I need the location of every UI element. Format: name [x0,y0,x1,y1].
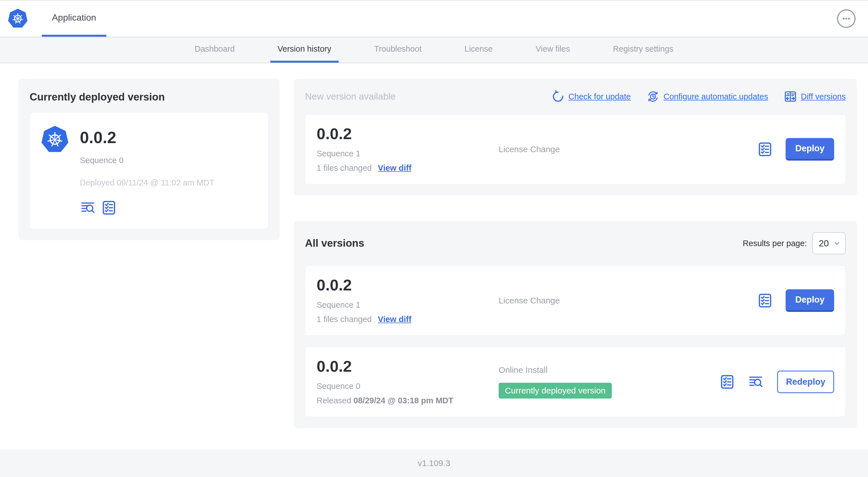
version-sequence: Sequence 1 [317,149,499,158]
release-type-label: License Change [499,145,560,154]
tab-label: License [464,44,493,54]
version-number: 0.0.2 [317,277,499,293]
results-per-page-select[interactable]: 20 [812,232,846,254]
version-actions: Deploy [757,289,834,312]
version-info: 0.0.2 Sequence 0 Released 08/29/24 @ 03:… [317,358,499,405]
files-changed-label: 1 files changed [317,315,372,324]
refresh-icon [551,90,564,103]
all-versions-title: All versions [305,237,364,249]
new-version-panel: New version available Check for update C… [294,79,857,196]
diff-versions-link[interactable]: Diff versions [784,90,846,103]
view-diff-link[interactable]: View diff [378,315,411,324]
app-header: Application [0,1,868,37]
tab-version-history[interactable]: Version history [270,37,339,63]
diff-icon [784,90,797,103]
version-sequence: Sequence 0 [317,382,499,391]
all-versions-panel: All versions Results per page: 20 0.0.2 … [294,221,857,428]
check-for-update-label: Check for update [568,92,631,101]
version-actions: Redeploy [720,370,834,393]
app-tab-application[interactable]: Application [42,1,106,37]
admin-console-version: v1.109.3 [417,458,450,468]
app-tab-label: Application [52,12,96,23]
tab-troubleshoot[interactable]: Troubleshoot [367,37,429,63]
preflight-checks-icon[interactable] [101,200,117,216]
currently-deployed-panel: Currently deployed version 0.0.2 Sequenc… [18,79,280,240]
auto-update-clock-icon [647,90,659,103]
overflow-menu-button[interactable] [837,9,856,28]
version-info: 0.0.2 Sequence 1 1 files changed View di… [317,277,499,324]
new-version-title: New version available [305,91,396,102]
new-version-card: 0.0.2 Sequence 1 1 files changed View di… [305,114,846,184]
view-diff-link[interactable]: View diff [378,163,411,173]
version-sequence: Sequence 1 [317,300,499,309]
secondary-nav: Dashboard Version history Troubleshoot L… [0,37,868,63]
page-footer: v1.109.3 [0,449,868,477]
currently-deployed-title: Currently deployed version [30,91,268,103]
version-number: 0.0.2 [317,126,499,142]
check-for-update-link[interactable]: Check for update [551,90,631,103]
current-version-deployed-date: Deployed 09/11/24 @ 11:02 am MDT [80,178,214,187]
results-per-page-label: Results per page: [743,239,807,248]
configure-automatic-updates-link[interactable]: Configure automatic updates [647,90,768,103]
preflight-checks-icon[interactable] [720,374,735,390]
tab-label: View files [535,44,570,54]
results-per-page-value: 20 [818,238,829,249]
view-logs-icon[interactable] [80,201,96,215]
tab-label: Registry settings [613,44,673,54]
chevron-down-icon [833,240,841,247]
main-content: Currently deployed version 0.0.2 Sequenc… [0,63,868,449]
released-label: Released [317,396,353,405]
current-version-info: 0.0.2 Sequence 0 Deployed 09/11/24 @ 11:… [80,126,214,216]
right-column: New version available Check for update C… [294,79,857,428]
configure-automatic-updates-label: Configure automatic updates [663,92,768,101]
tab-view-files[interactable]: View files [528,37,577,63]
new-version-links: Check for update Configure automatic upd… [551,90,846,103]
release-type-label: Online Install [499,365,711,375]
tab-label: Dashboard [195,44,235,54]
ellipsis-icon [841,13,852,24]
view-logs-icon[interactable] [748,375,764,389]
app-icon-kubernetes [41,126,69,153]
current-version-actions [80,200,214,216]
current-version-sequence: Sequence 0 [80,156,214,165]
release-type-label: License Change [499,296,560,305]
files-changed-label: 1 files changed [317,163,372,173]
version-row: 0.0.2 Sequence 0 Released 08/29/24 @ 03:… [305,347,846,417]
released-date: 08/29/24 @ 03:18 pm MDT [353,396,454,405]
version-released-date: Released 08/29/24 @ 03:18 pm MDT [317,396,499,405]
redeploy-button[interactable]: Redeploy [777,370,834,393]
tab-dashboard[interactable]: Dashboard [187,37,242,63]
version-number: 0.0.2 [317,358,499,374]
tab-registry-settings[interactable]: Registry settings [606,37,681,63]
deploy-button[interactable]: Deploy [785,138,834,160]
preflight-checks-icon[interactable] [757,141,773,157]
preflight-checks-icon[interactable] [757,293,773,308]
version-actions: Deploy [757,138,834,160]
kubernetes-logo-icon [8,9,28,29]
currently-deployed-badge: Currently deployed version [499,383,612,398]
tab-label: Troubleshoot [374,44,422,54]
tab-license[interactable]: License [457,37,500,63]
version-info: 0.0.2 Sequence 1 1 files changed View di… [317,126,499,173]
diff-versions-label: Diff versions [801,92,846,101]
version-row: 0.0.2 Sequence 1 1 files changed View di… [305,266,846,336]
deploy-button[interactable]: Deploy [785,289,834,312]
tab-label: Version history [278,44,331,54]
current-version-number: 0.0.2 [80,129,214,146]
current-version-card: 0.0.2 Sequence 0 Deployed 09/11/24 @ 11:… [30,112,268,229]
